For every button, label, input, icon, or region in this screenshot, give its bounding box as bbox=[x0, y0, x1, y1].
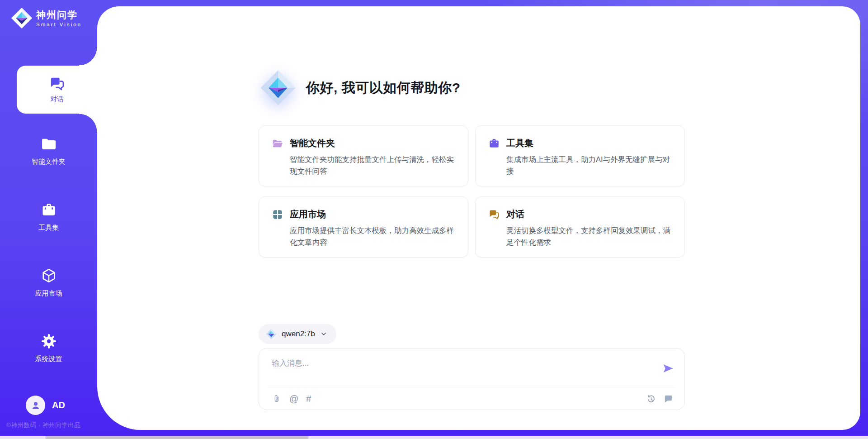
tab-fillet-top bbox=[79, 48, 97, 66]
chat-bubbles-icon bbox=[488, 209, 500, 220]
copyright-text: ©神州数码 · 神州问学出品 bbox=[6, 421, 80, 429]
hash-icon[interactable]: # bbox=[306, 393, 311, 404]
sidebar-item-label: 对话 bbox=[50, 95, 64, 104]
card-chat[interactable]: 对话 灵活切换多模型文件，支持多样回复效果调试，满足个性化需求 bbox=[475, 196, 685, 258]
card-smart-folders[interactable]: 智能文件夹 智能文件夹功能支持批量文件上传与清洗，轻松实现文件问答 bbox=[259, 125, 468, 186]
attachment-icon[interactable] bbox=[272, 394, 282, 404]
mention-icon[interactable]: @ bbox=[289, 393, 298, 404]
folder-icon bbox=[41, 136, 57, 152]
briefcase-icon bbox=[488, 138, 500, 149]
sidebar-item-settings[interactable]: 系统设置 bbox=[0, 333, 97, 363]
card-app-market[interactable]: 应用市场 应用市场提供丰富长文本模板，助力高效生成多样化文章内容 bbox=[259, 196, 468, 258]
avatar bbox=[26, 396, 45, 415]
sidebar: 神州问学 Smart Vision 对话 智能文件夹 工具集 应用市场 系统设置… bbox=[0, 0, 97, 439]
message-input[interactable] bbox=[272, 358, 642, 369]
person-icon bbox=[30, 400, 42, 411]
card-title: 对话 bbox=[506, 208, 524, 220]
folder-open-icon bbox=[272, 138, 283, 149]
horizontal-scrollbar-thumb[interactable] bbox=[45, 436, 309, 439]
grid-icon bbox=[272, 209, 283, 220]
feature-cards: 智能文件夹 智能文件夹功能支持批量文件上传与清洗，轻松实现文件问答 工具集 集成… bbox=[259, 125, 685, 258]
card-description: 集成市场上主流工具，助力AI与外界无缝扩展与对接 bbox=[506, 154, 672, 177]
sidebar-item-chat[interactable]: 对话 bbox=[17, 66, 97, 114]
send-icon bbox=[662, 362, 675, 375]
user-profile[interactable]: AD bbox=[26, 396, 65, 415]
sidebar-item-label: 应用市场 bbox=[35, 289, 62, 298]
sidebar-item-label: 系统设置 bbox=[35, 355, 62, 363]
sidebar-item-tools[interactable]: 工具集 bbox=[0, 202, 97, 232]
model-name: qwen2:7b bbox=[282, 329, 315, 339]
diamond-logo-icon bbox=[266, 329, 277, 339]
gear-icon bbox=[41, 333, 57, 349]
card-description: 应用市场提供丰富长文本模板，助力高效生成多样化文章内容 bbox=[290, 225, 455, 248]
message-icon[interactable] bbox=[663, 394, 674, 404]
card-description: 智能文件夹功能支持批量文件上传与清洗，轻松实现文件问答 bbox=[290, 154, 455, 177]
main-panel: 你好, 我可以如何帮助你? 智能文件夹 智能文件夹功能支持批量文件上传与清洗，轻… bbox=[97, 6, 860, 430]
history-icon[interactable] bbox=[646, 394, 656, 404]
diamond-logo-icon bbox=[11, 7, 33, 29]
cube-icon bbox=[41, 267, 57, 284]
card-title: 应用市场 bbox=[290, 208, 326, 220]
sidebar-item-label: 工具集 bbox=[38, 224, 59, 232]
card-description: 灵活切换多模型文件，支持多样回复效果调试，满足个性化需求 bbox=[506, 225, 672, 248]
model-selector[interactable]: qwen2:7b bbox=[259, 324, 336, 344]
sidebar-item-folders[interactable]: 智能文件夹 bbox=[0, 136, 97, 166]
briefcase-icon bbox=[41, 202, 57, 218]
brand-name: 神州问学 bbox=[36, 9, 82, 20]
tab-fillet-bottom bbox=[79, 114, 97, 132]
app-logo: 神州问学 Smart Vision bbox=[11, 7, 82, 29]
send-button[interactable] bbox=[662, 362, 675, 375]
composer-left-actions: @ # bbox=[272, 393, 311, 404]
sidebar-item-label: 智能文件夹 bbox=[32, 157, 66, 166]
sidebar-item-market[interactable]: 应用市场 bbox=[0, 267, 97, 298]
greeting: 你好, 我可以如何帮助你? bbox=[260, 70, 461, 106]
card-title: 智能文件夹 bbox=[290, 137, 335, 149]
diamond-logo-icon bbox=[260, 70, 296, 106]
composer-right-actions bbox=[646, 394, 674, 404]
message-composer: @ # bbox=[259, 348, 685, 410]
user-initials: AD bbox=[52, 400, 65, 410]
card-title: 工具集 bbox=[506, 137, 533, 149]
greeting-title: 你好, 我可以如何帮助你? bbox=[306, 79, 461, 97]
chevron-down-icon bbox=[320, 330, 327, 338]
card-toolset[interactable]: 工具集 集成市场上主流工具，助力AI与外界无缝扩展与对接 bbox=[475, 125, 685, 186]
chat-bubbles-icon bbox=[49, 76, 65, 92]
composer-divider bbox=[268, 387, 675, 387]
brand-subtitle: Smart Vision bbox=[36, 22, 82, 27]
